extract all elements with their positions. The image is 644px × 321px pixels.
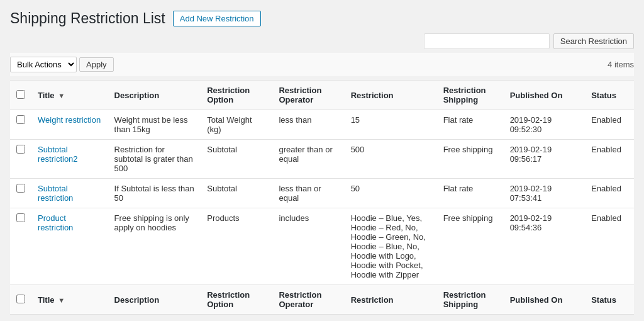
table-row: Weight restriction Weight must be less t…	[10, 110, 634, 140]
search-bar: Search Restriction	[10, 33, 634, 49]
row-title-3[interactable]: Product restriction	[31, 208, 108, 285]
footer-title: Title ▼	[31, 285, 108, 315]
row-description-3: Free shipping is only apply on hoodies	[108, 208, 201, 285]
add-new-restriction-button[interactable]: Add New Restriction	[173, 11, 261, 26]
bulk-actions-select[interactable]: Bulk Actions	[10, 57, 77, 72]
toolbar: Bulk Actions Apply 4 items	[10, 53, 634, 76]
row-restriction-shipping-0: Flat rate	[437, 110, 504, 140]
row-restriction-0: 15	[345, 110, 437, 140]
header-description: Description	[108, 81, 201, 110]
footer-restriction-operator: RestrictionOperator	[272, 285, 344, 315]
row-status-2: Enabled	[585, 179, 634, 208]
footer-status: Status	[585, 285, 634, 315]
row-status-1: Enabled	[585, 140, 634, 179]
row-restriction-shipping-3: Free shipping	[437, 208, 504, 285]
footer-restriction-shipping: RestrictionShipping	[437, 285, 504, 315]
row-status-0: Enabled	[585, 110, 634, 140]
search-input[interactable]	[424, 33, 550, 49]
table-row: Subtotal restriction If Subtotal is less…	[10, 179, 634, 208]
row-restriction-1: 500	[345, 140, 437, 179]
row-restriction-option-1: Subtotal	[201, 140, 272, 179]
row-title-1[interactable]: Subtotal restriction2	[31, 140, 108, 179]
row-description-2: If Subtotal is less than 50	[108, 179, 201, 208]
row-checkbox-1[interactable]	[16, 145, 25, 154]
footer-description: Description	[108, 285, 201, 315]
header-published-on: Published On	[504, 81, 586, 110]
header-status: Status	[585, 81, 634, 110]
toolbar-left: Bulk Actions Apply	[10, 57, 114, 72]
table-row: Subtotal restriction2 Restriction for su…	[10, 140, 634, 179]
table-row: Product restriction Free shipping is onl…	[10, 208, 634, 285]
items-count: 4 items	[608, 60, 634, 69]
row-restriction-option-2: Subtotal	[201, 179, 272, 208]
row-published-on-3: 2019-02-19 09:54:36	[504, 208, 586, 285]
row-checkbox-cell	[10, 110, 31, 140]
row-restriction-operator-2: less than or equal	[272, 179, 344, 208]
row-title-0[interactable]: Weight restriction	[31, 110, 108, 140]
row-checkbox-2[interactable]	[16, 184, 25, 193]
row-checkbox-cell	[10, 140, 31, 179]
row-checkbox-cell	[10, 179, 31, 208]
header-checkbox-cell	[10, 81, 31, 110]
row-checkbox-cell	[10, 208, 31, 285]
row-published-on-0: 2019-02-19 09:52:30	[504, 110, 586, 140]
table-body: Weight restriction Weight must be less t…	[10, 110, 634, 285]
row-title-2[interactable]: Subtotal restriction	[31, 179, 108, 208]
search-restriction-button[interactable]: Search Restriction	[553, 33, 634, 49]
footer-published-on: Published On	[504, 285, 586, 315]
row-description-1: Restriction for subtotal is grater than …	[108, 140, 201, 179]
row-restriction-operator-0: less than	[272, 110, 344, 140]
row-status-3: Enabled	[585, 208, 634, 285]
row-restriction-2: 50	[345, 179, 437, 208]
apply-button[interactable]: Apply	[79, 57, 114, 72]
page-title: Shipping Restriction List	[10, 10, 165, 27]
footer-checkbox-cell	[10, 285, 31, 315]
header-restriction-shipping: RestrictionShipping	[437, 81, 504, 110]
row-restriction-shipping-2: Flat rate	[437, 179, 504, 208]
row-published-on-2: 2019-02-19 07:53:41	[504, 179, 586, 208]
header-title: Title ▼	[31, 81, 108, 110]
select-all-checkbox[interactable]	[16, 90, 25, 99]
row-restriction-option-0: Total Weight (kg)	[201, 110, 272, 140]
footer-restriction: Restriction	[345, 285, 437, 315]
row-restriction-shipping-1: Free shipping	[437, 140, 504, 179]
footer-restriction-option: Restriction Option	[201, 285, 272, 315]
header-restriction-operator: RestrictionOperator	[272, 81, 344, 110]
row-restriction-operator-1: greater than or equal	[272, 140, 344, 179]
row-checkbox-0[interactable]	[16, 115, 25, 124]
table-header-row: Title ▼ Description Restriction Option R…	[10, 81, 634, 110]
row-checkbox-3[interactable]	[16, 213, 25, 222]
restrictions-table: Title ▼ Description Restriction Option R…	[10, 80, 634, 315]
row-restriction-operator-3: includes	[272, 208, 344, 285]
row-restriction-3: Hoodie – Blue, Yes, Hoodie – Red, No, Ho…	[345, 208, 437, 285]
header-restriction-option: Restriction Option	[201, 81, 272, 110]
select-all-footer-checkbox[interactable]	[16, 295, 25, 303]
footer-title-sort-icon[interactable]: ▼	[58, 296, 65, 304]
page-wrapper: Shipping Restriction List Add New Restri…	[10, 10, 634, 315]
row-description-0: Weight must be less than 15kg	[108, 110, 201, 140]
title-sort-icon[interactable]: ▼	[58, 92, 65, 99]
table-footer-row: Title ▼ Description Restriction Option R…	[10, 285, 634, 315]
page-header: Shipping Restriction List Add New Restri…	[10, 10, 634, 27]
row-restriction-option-3: Products	[201, 208, 272, 285]
row-published-on-1: 2019-02-19 09:56:17	[504, 140, 586, 179]
header-restriction: Restriction	[345, 81, 437, 110]
